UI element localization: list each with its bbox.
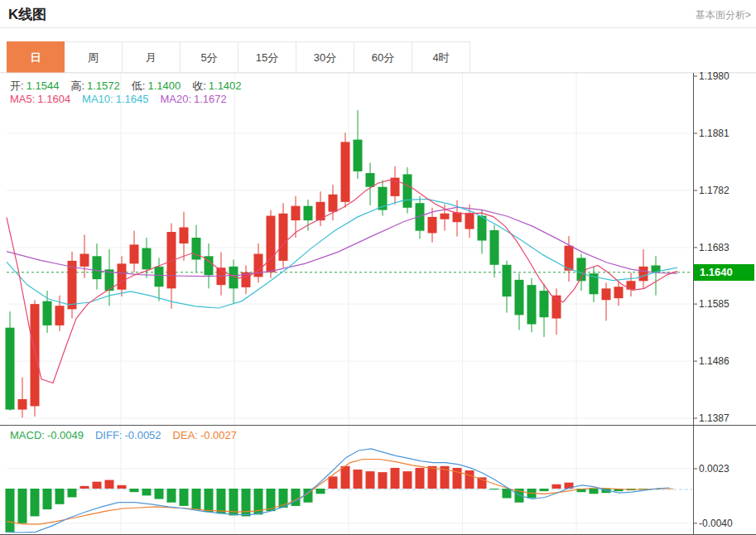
macd-histogram-bar bbox=[118, 485, 127, 489]
price-axis-label: 1.1486 bbox=[699, 355, 730, 367]
macd-histogram-bar bbox=[403, 471, 412, 489]
legend-macd-value: -0.0049 bbox=[47, 429, 84, 441]
price-axis-label: 1.1683 bbox=[699, 242, 730, 253]
macd-histogram-bar bbox=[68, 489, 77, 497]
candle-body bbox=[80, 254, 89, 267]
macd-histogram-bar bbox=[465, 470, 474, 489]
macd-histogram-bar bbox=[55, 489, 65, 504]
candle-body bbox=[515, 280, 524, 315]
kline-page: K线图 基本面分析> 日周月5分15分30分60分4时 开:1.1544高:1.… bbox=[0, 0, 756, 535]
macd-histogram-bar bbox=[391, 468, 400, 489]
macd-histogram-bar bbox=[18, 489, 27, 523]
candle-body bbox=[627, 281, 636, 289]
candle-body bbox=[503, 265, 512, 296]
candle-body bbox=[540, 291, 549, 317]
price-axis-label: 1.1980 bbox=[699, 70, 730, 82]
candle-body bbox=[291, 206, 301, 220]
legend-diff-label: DIFF: bbox=[95, 429, 123, 441]
candle-body bbox=[602, 288, 611, 300]
candle-body bbox=[6, 328, 15, 410]
ohlc-low-label: 低: bbox=[132, 80, 146, 92]
candle-body bbox=[403, 174, 412, 207]
macd-histogram-bar bbox=[105, 480, 114, 489]
candle-body bbox=[490, 230, 499, 265]
macd-histogram-bar bbox=[155, 489, 164, 499]
ohlc-legend: 开:1.1544高:1.1572低:1.1400收:1.1402 bbox=[10, 79, 253, 94]
candle-body bbox=[478, 216, 487, 241]
price-axis-label: 1.1881 bbox=[699, 128, 730, 139]
macd-histogram-bar bbox=[93, 482, 102, 489]
macd-histogram-bar bbox=[130, 489, 139, 492]
macd-histogram-bar bbox=[540, 489, 549, 491]
candle-body bbox=[155, 267, 164, 287]
legend-ma5-value: 1.1604 bbox=[37, 93, 70, 105]
legend-ma5-label: MA5: bbox=[10, 93, 35, 105]
candle-body bbox=[341, 142, 350, 201]
ohlc-open-label: 开: bbox=[10, 80, 24, 92]
macd-histogram-bar bbox=[192, 489, 201, 509]
macd-histogram-bar bbox=[366, 471, 375, 489]
candle-body bbox=[130, 244, 139, 263]
macd-histogram-bar bbox=[378, 472, 388, 489]
macd-histogram-bar bbox=[329, 476, 338, 489]
macd-histogram-bar bbox=[354, 470, 363, 489]
macd-histogram-bar bbox=[552, 484, 561, 489]
ohlc-close-value: 1.1402 bbox=[209, 80, 242, 92]
ohlc-close-label: 收: bbox=[192, 80, 206, 92]
price-axis-label: 1.1585 bbox=[699, 298, 730, 310]
legend-ma20-value: 1.1672 bbox=[194, 93, 227, 105]
legend-macd-label: MACD: bbox=[10, 429, 45, 441]
macd-histogram-bar bbox=[416, 468, 425, 489]
price-axis-label: 1.1782 bbox=[699, 185, 730, 196]
macd-axis-label: 0.0023 bbox=[699, 463, 730, 475]
candle-body bbox=[43, 301, 52, 325]
candle-body bbox=[366, 173, 375, 187]
macd-histogram-bar bbox=[316, 489, 325, 494]
macd-histogram-bar bbox=[490, 489, 499, 489]
candle-body bbox=[639, 267, 648, 281]
macd-legend: MACD:-0.0049DIFF:-0.0052DEA:-0.0027 bbox=[10, 429, 248, 441]
macd-histogram-bar bbox=[428, 466, 437, 489]
candle-body bbox=[614, 287, 624, 298]
ohlc-high-label: 高: bbox=[70, 80, 84, 92]
candle-body bbox=[428, 217, 437, 234]
candle-body bbox=[465, 213, 474, 229]
macd-histogram-bar bbox=[217, 489, 226, 513]
macd-histogram-bar bbox=[6, 489, 15, 533]
candle-body bbox=[68, 261, 77, 310]
candle-body bbox=[304, 206, 313, 220]
candle-body bbox=[354, 140, 363, 171]
ohlc-high-value: 1.1572 bbox=[87, 80, 120, 92]
legend-ma10-value: 1.1645 bbox=[116, 93, 149, 105]
legend-diff-value: -0.0052 bbox=[124, 429, 161, 441]
ohlc-low-value: 1.1400 bbox=[147, 80, 181, 92]
macd-histogram-bar bbox=[205, 489, 214, 512]
legend-dea-value: -0.0027 bbox=[200, 429, 237, 441]
candle-body bbox=[279, 214, 288, 261]
candle-body bbox=[18, 399, 27, 410]
ohlc-open-value: 1.1544 bbox=[26, 80, 60, 92]
candle-body bbox=[31, 304, 40, 406]
candle-body bbox=[142, 248, 152, 270]
macd-axis-label: -0.0040 bbox=[699, 518, 733, 529]
macd-histogram-bar bbox=[31, 489, 40, 516]
candle-body bbox=[441, 214, 450, 219]
macd-histogram-bar bbox=[503, 489, 512, 498]
legend-dea-label: DEA: bbox=[173, 429, 198, 441]
macd-histogram-bar bbox=[590, 489, 599, 494]
macd-histogram-bar bbox=[142, 489, 152, 495]
ma-legend: MA5:1.1604MA10:1.1645MA20:1.1672 bbox=[10, 93, 238, 105]
candle-body bbox=[180, 227, 189, 243]
candle-body bbox=[329, 195, 338, 212]
candle-body bbox=[527, 285, 537, 324]
candle-body bbox=[93, 256, 102, 279]
current-price-badge: 1.1640 bbox=[694, 264, 754, 281]
macd-histogram-bar bbox=[341, 466, 350, 489]
macd-histogram-bar bbox=[167, 489, 176, 503]
legend-ma10-label: MA10: bbox=[82, 93, 113, 105]
macd-histogram-bar bbox=[180, 489, 189, 506]
candle-body bbox=[267, 216, 276, 272]
macd-histogram-bar bbox=[291, 489, 301, 506]
candle-body bbox=[118, 263, 127, 289]
price-axis-label: 1.1387 bbox=[699, 412, 730, 424]
